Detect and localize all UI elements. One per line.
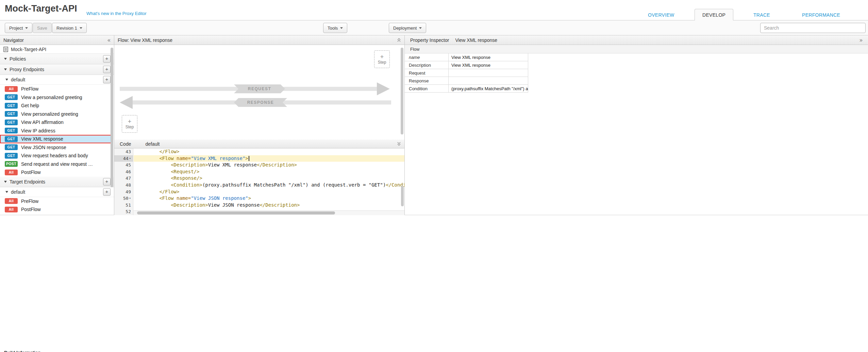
add-proxy-endpoint-button[interactable]: + xyxy=(103,66,111,73)
fold-caret-icon[interactable]: ▾ xyxy=(129,195,131,202)
plus-icon: + xyxy=(128,118,132,125)
flow-item-view-api-affirmation[interactable]: GET View API affirmation xyxy=(0,118,114,127)
property-value[interactable]: (proxy.pathsuffix MatchesPath "/xml") an… xyxy=(449,85,528,93)
tab-trace[interactable]: TRACE xyxy=(753,12,770,18)
flow-item-preflow[interactable]: All PreFlow xyxy=(0,85,114,93)
project-button[interactable]: Project xyxy=(5,23,32,33)
add-step-label: Step xyxy=(378,60,386,65)
section-policies-label: Policies xyxy=(10,56,26,62)
response-label: RESPONSE xyxy=(234,98,287,107)
code-panel-header: Code default xyxy=(114,140,404,148)
target-flow-item-preflow[interactable]: All PreFlow xyxy=(0,197,114,206)
target-endpoint-default[interactable]: default + xyxy=(0,187,114,197)
method-badge: All xyxy=(5,198,18,204)
line-number: 46 xyxy=(114,169,133,175)
request-arrowhead-icon xyxy=(377,82,390,95)
flow-item-label: View API affirmation xyxy=(21,119,64,125)
section-target-endpoints-label: Target Endpoints xyxy=(10,179,45,185)
tab-overview[interactable]: OVERVIEW xyxy=(648,12,674,18)
navigator-scrollbar[interactable] xyxy=(111,48,113,187)
code-gutter: 43 44▾ 45 46 47 48 49 50▾ 51 52 xyxy=(114,148,133,215)
request-label: REQUEST xyxy=(234,84,285,93)
method-badge: GET xyxy=(5,103,18,109)
navigator-header: Navigator « xyxy=(0,35,114,45)
code-editor[interactable]: 43 44▾ 45 46 47 48 49 50▾ 51 52 </Flow> … xyxy=(114,148,404,215)
chevron-down-icon xyxy=(80,27,82,29)
flow-item-label: View a personalized greeting xyxy=(21,95,82,100)
add-step-button-top[interactable]: + Step xyxy=(374,50,390,68)
search-input[interactable] xyxy=(760,23,866,33)
section-proxy-endpoints[interactable]: Proxy Endpoints + xyxy=(0,64,114,75)
flow-item-view-xml-response-selected[interactable]: GET View XML response xyxy=(0,135,111,143)
add-proxy-flow-button[interactable]: + xyxy=(103,76,111,83)
line-number: 50▾ xyxy=(114,195,133,202)
document-icon xyxy=(3,47,8,52)
property-label: name xyxy=(405,53,449,61)
line-number-active: 44▾ xyxy=(114,155,133,162)
section-target-endpoints[interactable]: Target Endpoints + xyxy=(0,177,114,187)
flow-item-postflow[interactable]: All PostFlow xyxy=(0,168,114,177)
whats-new-link[interactable]: What's new in the Proxy Editor xyxy=(86,11,147,16)
add-step-label: Step xyxy=(126,125,134,129)
code-horizontal-scrollbar-thumb[interactable] xyxy=(137,211,335,214)
section-policies[interactable]: Policies + xyxy=(0,54,114,64)
page-title: Mock-Target-API xyxy=(5,3,77,14)
collapse-flow-panel-icon[interactable] xyxy=(397,38,401,42)
flow-item-label: PostFlow xyxy=(21,207,41,212)
section-proxy-endpoints-label: Proxy Endpoints xyxy=(10,67,44,72)
code-horizontal-scrollbar-track[interactable] xyxy=(133,210,404,215)
line-number: 48 xyxy=(114,182,133,189)
header-divider xyxy=(0,20,868,20)
tab-performance[interactable]: PERFORMANCE xyxy=(802,12,840,18)
code-line: <Description>View JSON response</Descrip… xyxy=(134,202,404,209)
add-target-flow-button[interactable]: + xyxy=(103,188,111,196)
tools-button[interactable]: Tools xyxy=(323,23,347,33)
chevron-down-icon xyxy=(340,27,343,29)
collapse-left-icon[interactable]: « xyxy=(107,37,111,43)
property-row-description: Description View XML response xyxy=(405,61,868,69)
property-value[interactable]: View XML response xyxy=(449,61,528,69)
property-value[interactable]: View XML response xyxy=(449,53,528,61)
text-cursor xyxy=(249,156,249,161)
caret-down-icon xyxy=(5,191,8,193)
flow-item-view-ip-address[interactable]: GET View IP address xyxy=(0,127,114,135)
project-button-label: Project xyxy=(9,26,23,31)
fold-caret-icon[interactable]: ▾ xyxy=(129,155,131,162)
toolbar: Project Save Revision 1 Tools Deployment… xyxy=(0,20,868,35)
add-policy-button[interactable]: + xyxy=(103,55,111,63)
expand-right-icon[interactable]: » xyxy=(859,37,863,43)
code-line-active: <Flow name="View XML response"> xyxy=(134,155,404,162)
flow-item-get-help[interactable]: GET Get help xyxy=(0,101,114,110)
flow-item-view-request-headers-and-body[interactable]: GET View request headers and body xyxy=(0,151,114,160)
property-value[interactable] xyxy=(449,69,528,77)
method-badge: All xyxy=(5,170,18,175)
save-button[interactable]: Save xyxy=(33,23,52,33)
property-label: Description xyxy=(405,61,449,69)
inspector-section-flow: Flow xyxy=(405,45,868,53)
flow-canvas-scrollbar[interactable] xyxy=(401,48,403,134)
flow-item-label: View JSON response xyxy=(21,145,66,150)
property-value[interactable] xyxy=(449,77,528,85)
deployment-button[interactable]: Deployment xyxy=(389,23,426,33)
property-row-condition: Condition (proxy.pathsuffix MatchesPath … xyxy=(405,85,868,93)
flow-item-send-request-and-view-request-details[interactable]: POST Send request and view request detai… xyxy=(0,160,114,169)
property-inspector-subtitle: View XML response xyxy=(455,37,497,43)
proxy-endpoint-default-label: default xyxy=(11,77,25,82)
add-target-endpoint-button[interactable]: + xyxy=(103,178,111,186)
collapse-code-panel-icon[interactable] xyxy=(397,142,401,146)
revision-button[interactable]: Revision 1 xyxy=(52,23,87,33)
proxy-endpoint-default[interactable]: default + xyxy=(0,75,114,85)
tab-develop[interactable]: DEVELOP xyxy=(695,9,733,20)
target-flow-item-postflow[interactable]: All PostFlow xyxy=(0,205,114,214)
flow-item-view-a-personalized-greeting[interactable]: GET View a personalized greeting xyxy=(0,93,114,102)
code-file-label[interactable]: default xyxy=(145,141,160,147)
flow-item-view-json-response[interactable]: GET View JSON response xyxy=(0,143,114,152)
code-line: <Request/> xyxy=(134,169,404,175)
clipped-footer-text: Build Information xyxy=(4,349,41,352)
property-row-name: name View XML response xyxy=(405,53,868,61)
flow-item-view-personalized-greeting[interactable]: GET View personalized greeting xyxy=(0,110,114,118)
nav-root-item[interactable]: Mock-Target-API xyxy=(0,45,114,54)
code-vertical-scrollbar[interactable] xyxy=(401,186,404,206)
code-tab-label[interactable]: Code xyxy=(120,141,131,147)
add-step-button-bottom[interactable]: + Step xyxy=(122,115,137,133)
